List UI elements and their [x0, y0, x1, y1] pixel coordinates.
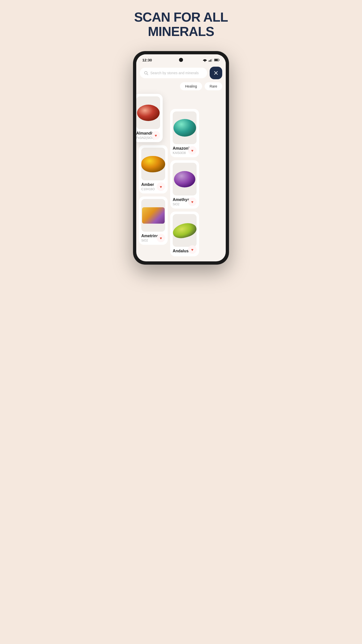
svg-rect-2 — [211, 59, 211, 62]
phone-screen: 12:30 — [136, 54, 226, 261]
andalusite-image — [173, 214, 197, 247]
mineral-card-andalusite[interactable]: Andalusite ♥ — [170, 212, 199, 256]
svg-line-7 — [147, 74, 148, 75]
filter-row: Healing Rare — [136, 82, 226, 94]
search-placeholder-text: Search by stones and minerals — [150, 71, 199, 75]
andalusite-gem — [173, 221, 197, 240]
battery-icon — [214, 58, 220, 62]
svg-rect-3 — [212, 59, 212, 62]
close-button[interactable] — [210, 67, 222, 79]
mineral-card-almandine[interactable]: Almandine Fe3Al2(SiO4)3 ♥ — [136, 94, 163, 142]
heart-icon-amber: ♥ — [160, 185, 162, 189]
heart-icon-amethyst: ♥ — [191, 200, 194, 204]
amazonite-image — [173, 111, 197, 144]
signal-icon — [209, 58, 213, 62]
mineral-card-ametrine[interactable]: Ametrine SiO2 ♥ — [139, 196, 168, 245]
hero-title: SCAN FOR ALL MINERALS — [134, 10, 228, 39]
amethyst-image — [173, 163, 197, 195]
status-icons — [203, 58, 220, 62]
amethyst-gem — [174, 171, 195, 187]
mineral-card-amethyst[interactable]: Amethyst SiO2 ♥ — [170, 160, 199, 209]
filter-chip-healing[interactable]: Healing — [180, 82, 202, 90]
filter-chip-rare[interactable]: Rare — [205, 82, 222, 90]
heart-icon-amazonite: ♥ — [191, 148, 194, 153]
mineral-card-amber[interactable]: Amber C10H16O ♥ — [139, 145, 168, 193]
close-icon — [214, 71, 218, 75]
heart-icon: ♥ — [155, 133, 157, 138]
status-time: 12:30 — [142, 58, 152, 62]
minerals-layout: Almandine Fe3Al2(SiO4)3 ♥ Amber C10H16O — [136, 94, 226, 261]
heart-icon-ametrine: ♥ — [160, 236, 162, 240]
ametrine-gem — [142, 207, 165, 224]
search-icon — [144, 71, 148, 75]
svg-rect-1 — [210, 60, 210, 62]
wifi-icon — [203, 58, 207, 62]
amber-image — [141, 148, 165, 180]
right-column: Amazonite KAlSi3O8 ♥ Amethyst SiO2 — [170, 109, 199, 256]
svg-rect-5 — [214, 59, 218, 61]
page-wrapper: SCAN FOR ALL MINERALS 12:30 — [121, 10, 241, 264]
svg-rect-0 — [209, 60, 209, 62]
almandine-favorite-button[interactable]: ♥ — [152, 131, 160, 140]
amber-gem — [141, 156, 165, 172]
almandine-image — [136, 96, 160, 129]
search-bar[interactable]: Search by stones and minerals — [140, 68, 207, 78]
ametrine-image — [141, 199, 165, 232]
phone-frame: 12:30 — [133, 51, 229, 264]
search-area: Search by stones and minerals — [136, 64, 226, 82]
heart-icon-andalusite: ♥ — [191, 248, 194, 252]
almandine-gem — [137, 105, 160, 121]
left-column: Almandine Fe3Al2(SiO4)3 ♥ Amber C10H16O — [139, 94, 168, 256]
amazonite-gem — [173, 119, 196, 137]
camera-notch — [179, 58, 183, 62]
mineral-card-amazonite[interactable]: Amazonite KAlSi3O8 ♥ — [170, 109, 199, 157]
